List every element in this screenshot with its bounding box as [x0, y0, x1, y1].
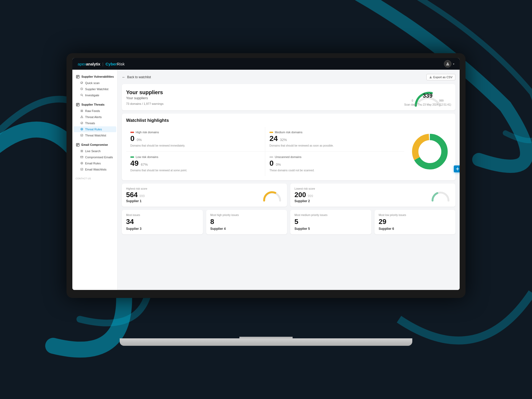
sidebar-item-threat-rules[interactable]: Threat Rules — [73, 126, 116, 132]
sidebar-item-compromised-emails[interactable]: Compromised Emails — [73, 154, 116, 160]
sidebar-item-threat-alerts[interactable]: Threat Alerts — [73, 114, 116, 120]
issues-row: Most issues 34 Supplier 3 Most high prio… — [122, 210, 455, 234]
threat-watchlist-label: Threat Watchlist — [85, 134, 106, 137]
threat-alerts-icon — [80, 115, 84, 119]
donut-chart — [409, 127, 451, 176]
supplier-subtitle: Your suppliers — [126, 96, 164, 100]
watchlist-icon — [80, 88, 84, 91]
highest-risk-max: 999 — [139, 194, 145, 198]
supplier-overview-card: Your suppliers Your suppliers 73 domains… — [122, 84, 455, 110]
logo-apex: apex — [78, 62, 86, 66]
most-issues-value: 34 — [126, 218, 199, 226]
svg-rect-25 — [81, 151, 83, 151]
sidebar-item-email-rules[interactable]: Email Rules — [73, 160, 116, 166]
most-high-value: 8 — [210, 218, 283, 226]
low-risk-value: 49 — [130, 159, 139, 167]
highlight-low-risk: Low risk domains 49 67% Domains that sho… — [126, 152, 265, 176]
email-rules-icon — [80, 162, 84, 165]
donut-svg — [409, 130, 451, 173]
svg-rect-29 — [81, 168, 83, 171]
highlight-label-row-unscanned: Unscanned domains — [269, 155, 400, 159]
sidebar-item-supplier-watchlist[interactable]: Supplier Watchlist — [73, 86, 116, 92]
svg-rect-8 — [76, 103, 79, 106]
lowest-risk-label: Lowest risk score — [294, 187, 315, 190]
sidebar: Supplier Vulnerabilities Quick scan — [72, 70, 118, 290]
live-search-icon — [80, 149, 84, 153]
unscanned-percent: 0% — [276, 163, 281, 167]
most-low-label: Most low priority issues — [379, 214, 451, 217]
sidebar-group-header-threats: Supplier Threats — [72, 101, 117, 108]
sidebar-item-threats[interactable]: Threats — [73, 120, 116, 126]
sidebar-item-threat-watchlist[interactable]: Threat Watchlist — [73, 132, 116, 138]
sidebar-section-vulnerabilities: Supplier Vulnerabilities Quick scan — [72, 73, 117, 98]
add-user-floating-button[interactable] — [454, 165, 460, 172]
sidebar-item-quick-scan[interactable]: Quick scan — [73, 80, 116, 86]
issue-card-low: Most low priority issues 29 Supplier 6 — [375, 210, 456, 234]
most-low-supplier: Supplier 6 — [379, 227, 451, 231]
svg-point-5 — [81, 82, 83, 84]
sidebar-group-header-email: Email Compromise — [72, 141, 117, 148]
export-btn-label: Export as CSV — [433, 76, 452, 79]
threat-alerts-label: Threat Alerts — [85, 115, 102, 119]
high-risk-dot — [130, 132, 134, 133]
sidebar-item-investigate[interactable]: Investigate — [73, 92, 116, 98]
back-link-label: Back to watchlist — [127, 75, 151, 79]
medium-risk-label: Medium risk domains — [275, 131, 302, 134]
most-low-value: 29 — [379, 218, 451, 226]
unscanned-desc: These domains could not be scanned. — [269, 169, 400, 172]
investigate-icon — [80, 94, 84, 97]
low-risk-dot — [130, 156, 134, 158]
compromised-emails-label: Compromised Emails — [85, 156, 113, 159]
svg-rect-12 — [81, 110, 83, 110]
header-user-menu[interactable]: ▾ — [444, 60, 454, 68]
svg-point-33 — [418, 140, 441, 163]
issue-card-most: Most issues 34 Supplier 3 — [122, 210, 203, 234]
scan-date: Scan date: Thu 23 May 2024 (12:51:41) — [404, 103, 451, 106]
gauge-value: 339 — [423, 92, 433, 99]
sidebar-item-live-search[interactable]: Live Search — [73, 148, 116, 154]
section-title-watchlist: Watchlist highlights — [126, 118, 451, 123]
svg-point-16 — [82, 117, 82, 118]
live-search-label: Live Search — [85, 149, 101, 153]
high-risk-label: High risk domains — [136, 131, 159, 134]
svg-rect-3 — [78, 76, 79, 77]
watchlist-highlights-card: Watchlist highlights High risk domains — [122, 114, 455, 180]
svg-rect-14 — [81, 111, 83, 112]
highlight-medium-risk: Medium risk domains 24 32% Domains that … — [265, 127, 404, 152]
highest-risk-value-row: 564 999 — [126, 191, 147, 198]
laptop-frame: apex analytix | Cyber Risk ▾ — [66, 53, 466, 346]
gauge-range: 0 999 — [412, 99, 444, 102]
vulnerabilities-icon — [76, 74, 80, 79]
svg-rect-11 — [77, 105, 78, 106]
sidebar-group-label-email: Email Compromise — [81, 143, 108, 146]
medium-risk-number-row: 24 32% — [269, 135, 400, 142]
unscanned-label: Unscanned domains — [275, 155, 301, 159]
highlight-unscanned: Unscanned domains 0 0% These domains cou… — [265, 152, 404, 176]
compromised-emails-icon — [80, 156, 84, 159]
sidebar-item-email-watchlists[interactable]: Email Watchlists — [73, 167, 116, 172]
gauge-max: 999 — [439, 99, 444, 102]
high-risk-percent: 0% — [137, 138, 142, 142]
contact-link[interactable]: CONTACT US — [72, 175, 117, 182]
svg-rect-9 — [77, 104, 78, 105]
logo-risk: Risk — [117, 62, 124, 66]
most-high-label: Most high priority issues — [210, 214, 283, 217]
back-bar: ← Back to watchlist Export as CSV — [122, 74, 455, 80]
sidebar-item-raw-feeds[interactable]: Raw Feeds — [73, 108, 116, 114]
most-issues-supplier: Supplier 3 — [126, 227, 199, 231]
svg-point-17 — [81, 122, 83, 124]
export-csv-button[interactable]: Export as CSV — [426, 74, 455, 80]
high-risk-desc: Domains that should be reviewed immediat… — [130, 144, 261, 148]
unscanned-number-row: 0 0% — [269, 160, 400, 167]
investigate-label: Investigate — [85, 94, 99, 97]
avatar[interactable] — [444, 60, 451, 68]
unscanned-dot — [269, 156, 273, 158]
app-header: apex analytix | Cyber Risk ▾ — [72, 58, 460, 70]
highest-risk-card: Highest risk score 564 999 Supplier 1 — [122, 184, 287, 207]
back-to-watchlist-link[interactable]: ← Back to watchlist — [122, 75, 151, 79]
medium-risk-percent: 32% — [280, 138, 287, 142]
threats-label: Threats — [85, 122, 95, 125]
raw-feeds-label: Raw Feeds — [85, 109, 100, 113]
chevron-down-icon: ▾ — [453, 63, 454, 65]
medium-risk-dot — [269, 132, 273, 133]
